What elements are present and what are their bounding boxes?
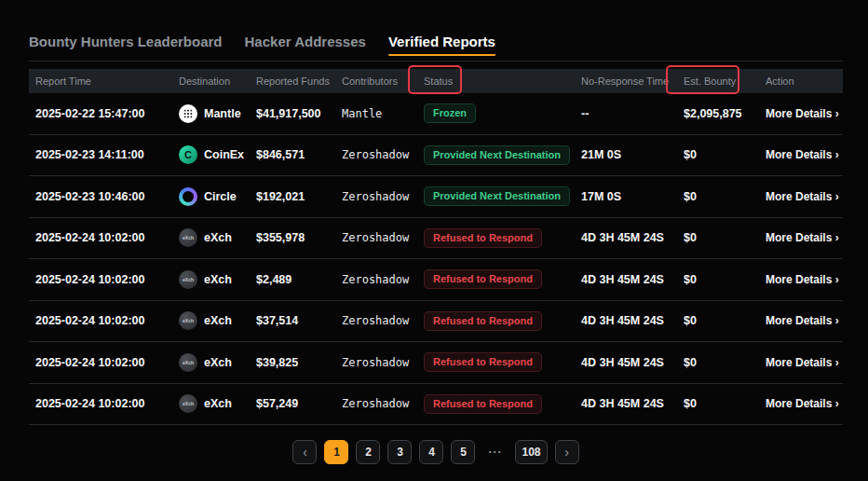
destination-label: eXch bbox=[204, 273, 232, 286]
destination-label: eXch bbox=[204, 231, 232, 244]
destination-label: eXch bbox=[204, 356, 232, 369]
more-details-link[interactable]: More Details › bbox=[759, 148, 843, 161]
contributors-cell: Mantle bbox=[335, 107, 417, 120]
contributors-cell: Zeroshadow bbox=[335, 273, 417, 286]
status-cell: Refused to Respond bbox=[417, 311, 575, 331]
column-header-status: Status bbox=[417, 76, 575, 87]
more-details-link[interactable]: More Details › bbox=[759, 107, 843, 120]
verified-reports-page: Bounty Hunters Leaderboard Hacker Addres… bbox=[0, 0, 868, 464]
status-cell: Refused to Respond bbox=[417, 352, 575, 372]
column-header-destination: Destination bbox=[172, 76, 250, 87]
column-header-est-bounty: Est. Bounty bbox=[677, 76, 759, 87]
destination-cell: eXch bbox=[172, 228, 250, 247]
table-row: 2025-02-24 10:02:00 eXch $2,489 Zeroshad… bbox=[29, 259, 843, 301]
column-header-contributors: Contributors bbox=[335, 76, 417, 87]
tab-hacker-addresses[interactable]: Hacker Addresses bbox=[245, 34, 366, 61]
est-bounty-cell: $0 bbox=[677, 231, 759, 244]
reported-funds-cell: $39,825 bbox=[250, 356, 335, 369]
contributors-cell: Zeroshadow bbox=[335, 314, 417, 327]
destination-cell: Circle bbox=[172, 187, 250, 206]
more-details-link[interactable]: More Details › bbox=[759, 273, 843, 286]
status-badge: Refused to Respond bbox=[424, 228, 542, 248]
status-cell: Provided Next Destination bbox=[417, 145, 575, 165]
page-button-4[interactable]: 4 bbox=[419, 440, 443, 464]
prev-page-button[interactable]: ‹ bbox=[292, 440, 317, 464]
more-details-link[interactable]: More Details › bbox=[759, 356, 843, 369]
reported-funds-cell: $355,978 bbox=[250, 231, 335, 244]
destination-cell: eXch bbox=[172, 311, 250, 330]
reported-funds-cell: $192,021 bbox=[250, 190, 335, 203]
exch-icon bbox=[179, 270, 197, 289]
no-response-time-cell: 17M 0S bbox=[575, 190, 677, 203]
no-response-time-cell: 4D 3H 45M 24S bbox=[575, 231, 677, 244]
contributors-cell: Zeroshadow bbox=[335, 356, 417, 369]
table-row: 2025-02-24 10:02:00 eXch $37,514 Zerosha… bbox=[29, 301, 843, 343]
report-time-cell: 2025-02-24 10:02:00 bbox=[29, 273, 172, 286]
destination-cell: CoinEx bbox=[172, 145, 250, 164]
est-bounty-cell: $0 bbox=[677, 397, 759, 410]
reported-funds-cell: $37,514 bbox=[250, 314, 335, 327]
status-cell: Refused to Respond bbox=[417, 394, 575, 414]
column-header-reported-funds: Reported Funds bbox=[250, 76, 335, 87]
table-row: 2025-02-23 10:46:00 Circle $192,021 Zero… bbox=[29, 176, 843, 218]
column-header-report-time: Report Time bbox=[29, 76, 172, 87]
report-time-cell: 2025-02-24 10:02:00 bbox=[29, 397, 172, 410]
status-cell: Refused to Respond bbox=[417, 269, 575, 289]
more-details-link[interactable]: More Details › bbox=[759, 397, 843, 410]
page-button-3[interactable]: 3 bbox=[387, 440, 412, 464]
no-response-time-cell: 4D 3H 45M 24S bbox=[575, 356, 677, 369]
page-button-5[interactable]: 5 bbox=[451, 440, 475, 464]
status-cell: Refused to Respond bbox=[417, 228, 575, 248]
status-badge: Provided Next Destination bbox=[424, 145, 570, 165]
exch-icon bbox=[179, 394, 197, 413]
table-header-row: Report Time Destination Reported Funds C… bbox=[29, 69, 843, 93]
contributors-cell: Zeroshadow bbox=[335, 148, 417, 161]
no-response-time-cell: 4D 3H 45M 24S bbox=[575, 397, 677, 410]
reports-table: Report Time Destination Reported Funds C… bbox=[29, 69, 843, 425]
more-details-link[interactable]: More Details › bbox=[759, 231, 843, 244]
page-button-1[interactable]: 1 bbox=[324, 440, 348, 464]
destination-cell: Mantle bbox=[172, 104, 250, 123]
table-row: 2025-02-24 10:02:00 eXch $39,825 Zerosha… bbox=[29, 342, 843, 384]
destination-cell: eXch bbox=[172, 353, 250, 372]
more-details-link[interactable]: More Details › bbox=[759, 190, 843, 203]
coinex-icon bbox=[179, 145, 197, 164]
destination-cell: eXch bbox=[172, 394, 250, 413]
status-badge: Refused to Respond bbox=[424, 269, 542, 289]
est-bounty-cell: $0 bbox=[677, 273, 759, 286]
est-bounty-cell: $0 bbox=[677, 314, 759, 327]
report-time-cell: 2025-02-24 10:02:00 bbox=[29, 231, 172, 244]
status-badge: Provided Next Destination bbox=[424, 186, 570, 206]
page-button-108[interactable]: 108 bbox=[515, 440, 547, 464]
report-time-cell: 2025-02-23 14:11:00 bbox=[29, 148, 172, 161]
reported-funds-cell: $846,571 bbox=[250, 148, 335, 161]
destination-label: Mantle bbox=[204, 107, 241, 120]
est-bounty-cell: $2,095,875 bbox=[677, 107, 759, 120]
page-button-2[interactable]: 2 bbox=[356, 440, 380, 464]
table-row: 2025-02-23 14:11:00 CoinEx $846,571 Zero… bbox=[29, 135, 843, 177]
tab-verified-reports[interactable]: Verified Reports bbox=[388, 34, 495, 61]
status-cell: Provided Next Destination bbox=[417, 186, 575, 206]
more-details-link[interactable]: More Details › bbox=[759, 314, 843, 327]
no-response-time-cell: 4D 3H 45M 24S bbox=[575, 314, 677, 327]
contributors-cell: Zeroshadow bbox=[335, 231, 417, 244]
est-bounty-cell: $0 bbox=[677, 190, 759, 203]
status-badge: Refused to Respond bbox=[424, 311, 542, 331]
report-time-cell: 2025-02-23 10:46:00 bbox=[29, 190, 172, 203]
no-response-time-cell: 4D 3H 45M 24S bbox=[575, 273, 677, 286]
est-bounty-cell: $0 bbox=[677, 356, 759, 369]
pagination: ‹12345···108› bbox=[29, 440, 843, 464]
tab-bounty-hunters-leaderboard[interactable]: Bounty Hunters Leaderboard bbox=[29, 34, 223, 61]
tab-bar: Bounty Hunters Leaderboard Hacker Addres… bbox=[29, 34, 843, 62]
page-ellipsis: ··· bbox=[482, 440, 508, 464]
report-time-cell: 2025-02-24 10:02:00 bbox=[29, 356, 172, 369]
table-body: 2025-02-22 15:47:00 Mantle $41,917,500 M… bbox=[29, 93, 843, 425]
reported-funds-cell: $57,249 bbox=[250, 397, 335, 410]
no-response-time-cell: -- bbox=[575, 107, 677, 120]
status-badge: Refused to Respond bbox=[424, 394, 542, 414]
column-header-action: Action bbox=[759, 76, 843, 87]
next-page-button[interactable]: › bbox=[555, 440, 579, 464]
mantle-icon bbox=[179, 104, 197, 123]
column-header-no-response-time: No-Response Time bbox=[575, 76, 677, 87]
contributors-cell: Zeroshadow bbox=[335, 190, 417, 203]
